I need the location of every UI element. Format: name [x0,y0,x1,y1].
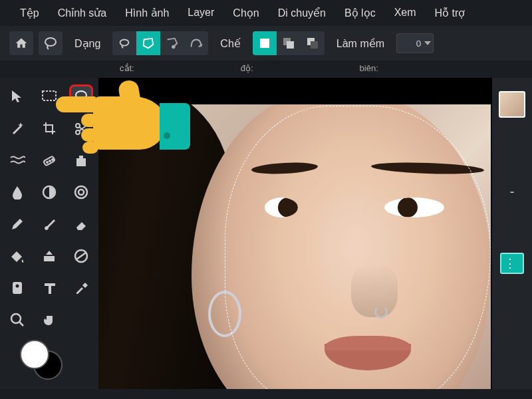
svg-rect-5 [287,41,294,49]
mode-subtract-button[interactable] [301,31,325,55]
hand-tool[interactable] [37,308,61,332]
heal-tool[interactable] [37,148,61,172]
blur-tool[interactable] [5,180,29,204]
svg-rect-7 [311,41,318,49]
edge-label: biên: [360,63,378,75]
brush-tool[interactable] [37,212,61,236]
navigator-thumbnail[interactable] [499,91,525,118]
lasso-shape-group [112,31,208,55]
menu-file[interactable]: Tệp [20,7,39,19]
svg-point-19 [78,190,84,195]
svg-rect-20 [44,256,55,261]
pen-tool[interactable] [5,212,29,236]
menu-help[interactable]: Hỗ trợ [435,7,466,19]
soften-label: Làm mềm [330,37,391,50]
menu-view[interactable]: Xem [394,7,416,19]
replace-color-tool[interactable] [69,244,93,268]
zoom-tool[interactable] [5,308,29,332]
svg-point-10 [78,102,80,104]
sponge-tool[interactable] [69,180,93,204]
angle-label: độ: [241,63,253,75]
wand-tool[interactable] [5,116,29,140]
menu-layer[interactable]: Layer [188,7,214,19]
dodge-tool[interactable] [37,180,61,204]
canvas[interactable] [98,78,492,389]
clone-tool[interactable] [69,148,93,172]
svg-point-1 [120,40,129,46]
tool-panel [0,78,98,389]
svg-rect-3 [260,39,269,48]
crop-tool[interactable] [37,116,61,140]
freehand-lasso-button[interactable] [112,31,136,55]
svg-point-0 [45,38,56,46]
menu-edit[interactable]: Chỉnh sửa [58,7,107,19]
menu-select[interactable]: Chọn [233,7,259,19]
right-panel: - [492,78,532,389]
menu-move[interactable]: Di chuyển [278,7,326,19]
menubar: Tệp Chỉnh sửa Hình ảnh Layer Chọn Di chu… [0,0,532,26]
home-button[interactable] [9,31,33,55]
selection-mode-group [253,31,325,55]
cut-label: cắt: [120,63,134,75]
lasso-tool[interactable] [69,84,93,108]
eyedropper-tool[interactable] [69,276,93,300]
foreground-color[interactable] [20,340,49,369]
shape-label: Dạng [68,37,107,50]
svg-point-24 [11,314,21,323]
gradient-tool[interactable] [37,244,61,268]
options-toolbar: Dạng Chế Làm mềm [0,26,532,61]
svg-rect-8 [43,91,56,100]
svg-point-14 [47,162,48,163]
scissors-tool[interactable] [69,116,93,140]
liquify-tool[interactable] [5,148,29,172]
shape-tool[interactable] [5,276,29,300]
mode-label: Chế [213,37,247,50]
svg-point-16 [52,159,53,160]
history-dash: - [510,184,515,200]
svg-point-2 [172,46,175,49]
svg-point-15 [49,160,51,162]
polygonal-lasso-button[interactable] [136,31,160,55]
magnetic-lasso-button[interactable] [160,31,184,55]
layer-thumbnail[interactable] [500,253,524,274]
main-area: - [0,78,532,389]
menu-image[interactable]: Hình ảnh [125,7,169,19]
canvas-image [98,104,491,389]
info-bar: cắt: độ: biên: [0,61,532,78]
mode-new-button[interactable] [253,31,277,55]
svg-rect-22 [13,282,22,294]
move-tool[interactable] [5,84,29,108]
svg-point-9 [76,91,86,99]
svg-point-18 [75,186,87,198]
lasso-tool-icon[interactable] [39,31,63,55]
bezier-lasso-button[interactable] [184,31,208,55]
text-tool[interactable] [37,276,61,300]
mode-add-button[interactable] [277,31,301,55]
menu-filter[interactable]: Bộ lọc [344,7,376,19]
marquee-tool[interactable] [37,84,61,108]
fill-tool[interactable] [5,244,29,268]
eraser-tool[interactable] [69,212,93,236]
color-swatch[interactable] [20,340,63,380]
svg-point-23 [16,285,19,288]
